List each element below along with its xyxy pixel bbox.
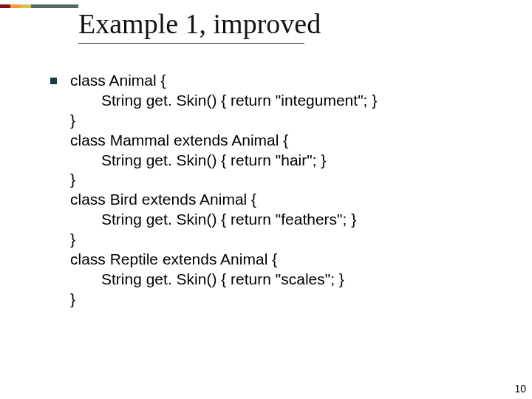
code-line: class Animal { bbox=[70, 72, 166, 89]
accent-seg-green bbox=[31, 4, 78, 8]
slide-body: class Animal { String get. Skin() { retu… bbox=[50, 71, 502, 310]
title-underline bbox=[78, 43, 304, 44]
bullet-icon bbox=[50, 78, 57, 84]
accent-seg-red bbox=[0, 4, 10, 8]
bullet-item: class Animal { String get. Skin() { retu… bbox=[50, 71, 502, 310]
code-block: class Animal { String get. Skin() { retu… bbox=[70, 71, 377, 310]
code-line: String get. Skin() { return "hair"; } bbox=[70, 151, 377, 171]
code-line: } bbox=[70, 290, 75, 307]
page-number: 10 bbox=[514, 383, 526, 395]
code-line: } bbox=[70, 112, 75, 129]
code-line: class Reptile extends Animal { bbox=[70, 250, 277, 267]
code-line: class Bird extends Animal { bbox=[70, 191, 256, 208]
accent-bar bbox=[0, 4, 78, 8]
slide-title: Example 1, improved bbox=[78, 7, 321, 40]
code-line: String get. Skin() { return "scales"; } bbox=[70, 270, 377, 290]
accent-seg-yellow bbox=[21, 4, 31, 8]
code-line: } bbox=[70, 171, 75, 188]
code-line: } bbox=[70, 231, 75, 248]
accent-seg-orange bbox=[10, 4, 21, 8]
code-line: class Mammal extends Animal { bbox=[70, 132, 288, 149]
code-line: String get. Skin() { return "feathers"; … bbox=[70, 210, 377, 230]
code-line: String get. Skin() { return "integument"… bbox=[70, 91, 377, 111]
